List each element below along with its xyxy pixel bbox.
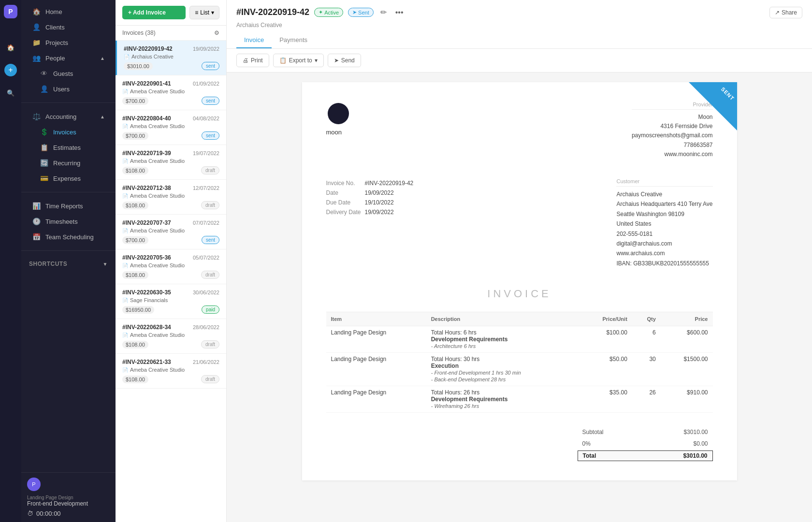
doc-meta: Invoice No. #INV-20220919-42 Date 19/09/… [326,178,713,268]
customer-phone: 202-555-0181 [616,229,712,239]
share-label: Share [782,9,797,16]
sidebar-item-expenses[interactable]: 💳 Expenses [24,171,113,186]
invoice-item-num: #INV-20220901-41 [122,80,171,87]
active-badge[interactable]: ✦ Active [314,8,343,17]
invoice-item-amount: $108.00 [122,202,148,209]
provider-logo: moon [326,102,350,159]
sidebar-people-label: People [45,55,65,62]
people-icon: 👥 [32,54,41,62]
provider-logo-text: moon [326,129,342,136]
invoice-list-item[interactable]: #INV-20220712-38 12/07/2022 📄 Ameba Crea… [116,180,226,215]
home-icon[interactable]: 🏠 [3,40,18,55]
invoice-list-item[interactable]: #INV-20220919-42 19/09/2022 📄 Archaius C… [116,41,226,75]
desc-bold: Execution [431,362,459,369]
invoice-list-item[interactable]: #INV-20220621-33 21/06/2022 📄 Ameba Crea… [116,354,226,389]
add-button[interactable]: + [4,64,17,76]
sidebar-item-invoices[interactable]: 💲 Invoices [24,124,113,140]
clients-icon: 👤 [32,23,41,31]
sidebar-home-label: Home [45,8,62,15]
sidebar-item-timesheets[interactable]: 🕐 Timesheets [24,214,113,229]
subtotal-label: Subtotal [582,429,604,435]
desc-bold: Development Requirements [431,396,508,403]
list-view-button[interactable]: ≡ List ▾ [189,6,219,19]
invoice-item-footer: $700.00 sent [122,131,219,140]
client-icon: 📄 [122,298,128,303]
add-invoice-button[interactable]: + Add Invoice [122,6,186,19]
sidebar-item-team-scheduling[interactable]: 📅 Team Scheduling [24,229,113,245]
sidebar-item-clients[interactable]: 👤 Clients [24,19,113,35]
sent-badge-header[interactable]: ➤ Sent [348,8,374,17]
sidebar-item-recurring[interactable]: 🔄 Recurring [24,155,113,171]
invoice-doc-title: INVOICE [326,288,713,300]
invoice-list-item[interactable]: #INV-20220707-37 07/07/2022 📄 Ameba Crea… [116,215,226,249]
desc-bold: Development Requirements [431,336,508,343]
sidebar-clients-label: Clients [45,24,65,31]
timesheets-icon: 🕐 [32,218,41,225]
send-button[interactable]: ➤ Send [328,54,361,67]
estimates-icon: 📋 [40,144,48,151]
export-button[interactable]: 📋 Export to ▾ [273,54,324,67]
client-icon: 📄 [122,263,128,268]
share-button[interactable]: ↗ Share [769,7,802,18]
list-view-label: List [200,9,209,16]
tab-invoice[interactable]: Invoice [236,32,272,48]
more-button[interactable]: ••• [393,6,406,19]
invoice-item-date: 12/07/2022 [193,185,219,191]
sidebar-item-accounting[interactable]: ⚖️ Accounting ▲ [24,109,113,124]
row-item: Landing Page Design [326,386,426,413]
edit-button[interactable]: ✏ [378,6,389,19]
sidebar-item-home[interactable]: 🏠 Home [24,4,113,19]
invoice-list-item[interactable]: #INV-20220804-40 04/08/2022 📄 Ameba Crea… [116,110,226,145]
filter-icon[interactable]: ⚙ [214,29,219,36]
col-price-unit: Price/Unit [579,312,632,326]
sidebar-item-guests[interactable]: 👁 Guests [24,66,113,81]
sidebar-item-users[interactable]: 👤 Users [24,81,113,97]
row-price: $1500.00 [661,353,713,386]
customer-website: www.archaius.com [616,248,712,258]
sidebar-item-people[interactable]: 👥 People ▲ [24,50,113,66]
invoice-item-num: #INV-20220719-39 [122,150,171,157]
send-label: Send [341,57,355,64]
invoice-item-client: 📄 Ameba Creative Studio [122,158,219,164]
sidebar-item-projects[interactable]: 📁 Projects [24,35,113,50]
invoice-list-item[interactable]: #INV-20220719-39 19/07/2022 📄 Ameba Crea… [116,145,226,180]
meta-table: Invoice No. #INV-20220919-42 Date 19/09/… [326,178,418,268]
row-price: $600.00 [661,326,713,353]
invoice-list-item[interactable]: #INV-20220628-34 28/06/2022 📄 Ameba Crea… [116,319,226,354]
client-icon: 📄 [122,159,128,164]
invoice-item-client: 📄 Archaius Creative [124,54,219,59]
subtotal-row: Subtotal $3010.00 [578,427,713,437]
row-price: $910.00 [661,386,713,413]
row-description: Total Hours: 6 hrs Development Requireme… [426,326,579,353]
tab-payments[interactable]: Payments [272,32,315,48]
delivery-date-value: 19/09/2022 [365,207,418,217]
shortcuts-collapse-icon: ▼ [103,261,108,267]
timer-value: 00:00:00 [36,510,61,517]
delivery-date-label: Delivery Date [326,207,365,217]
print-button[interactable]: 🖨 Print [236,54,269,67]
user-avatar[interactable]: P [27,478,41,491]
col-price: Price [661,312,713,326]
invoice-list-item[interactable]: #INV-20220901-41 01/09/2022 📄 Ameba Crea… [116,75,226,110]
sidebar-item-estimates[interactable]: 📋 Estimates [24,140,113,155]
invoice-tabs: Invoice Payments [236,32,802,48]
sent-label: Sent [358,10,369,15]
sent-icon: ➤ [352,9,357,15]
invoice-list-item[interactable]: #INV-20220705-36 05/07/2022 📄 Ameba Crea… [116,249,226,284]
sidebar-guests-label: Guests [53,70,73,77]
invoice-item-amount: $3010.00 [124,62,153,70]
other-section: 📊 Time Reports 🕐 Timesheets 📅 Team Sched… [21,194,116,248]
recurring-icon: 🔄 [40,159,48,167]
app-logo[interactable]: P [4,5,17,18]
row-price-unit: $100.00 [579,326,632,353]
sidebar-item-time-reports[interactable]: 📊 Time Reports [24,198,113,214]
tax-row: 0% $0.00 [578,439,713,449]
header-actions: ↗ Share [769,7,802,18]
invoice-list-item[interactable]: #INV-20220630-35 30/06/2022 📄 Sage Finan… [116,284,226,319]
search-icon[interactable]: 🔍 [3,85,18,101]
invoice-item-num: #INV-20220630-35 [122,289,171,296]
customer-name: Archaius Creative [616,189,712,199]
sidebar-recurring-label: Recurring [53,160,80,167]
sidebar-bottom: P Landing Page Design Front-end Developm… [21,472,116,522]
share-icon: ↗ [775,9,780,16]
